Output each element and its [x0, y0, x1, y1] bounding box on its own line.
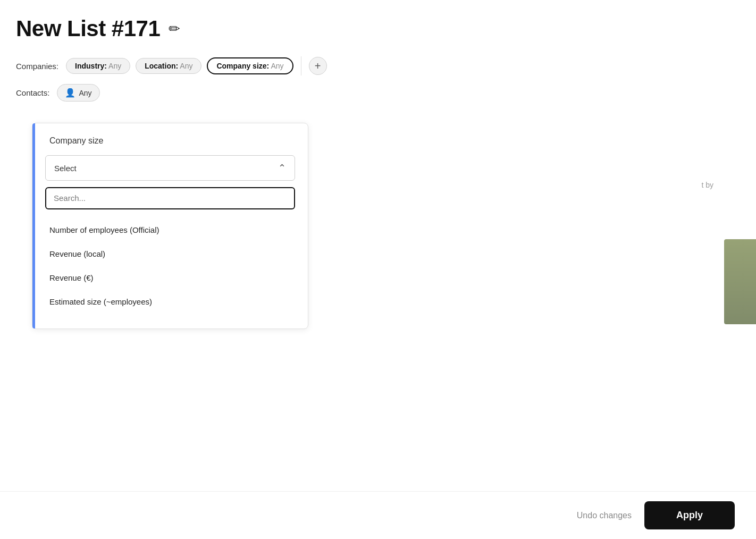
company-size-chip-key: Company size:	[216, 62, 269, 70]
contacts-chip-label: Any	[79, 89, 91, 97]
dropdown-panel-container: Company size Select ⌃ Number of employee…	[0, 123, 756, 329]
edit-title-button[interactable]: ✏	[166, 19, 182, 39]
bottom-bar: Undo changes Apply	[0, 491, 756, 539]
location-filter-chip[interactable]: Location: Any	[136, 58, 201, 74]
page-title-row: New List #171 ✏	[16, 16, 740, 41]
sort-by-hint: t by	[701, 181, 713, 189]
add-filter-button[interactable]: +	[309, 57, 327, 75]
contacts-chip[interactable]: 👤 Any	[57, 84, 99, 102]
company-size-chip-val: Any	[271, 62, 283, 70]
search-wrapper	[45, 187, 295, 209]
option-revenue-euro[interactable]: Revenue (€)	[45, 266, 295, 290]
chevron-up-icon: ⌃	[278, 162, 286, 174]
filter-divider	[301, 56, 301, 75]
contacts-label: Contacts:	[16, 88, 49, 97]
search-input[interactable]	[54, 193, 287, 203]
companies-label: Companies:	[16, 62, 58, 71]
option-employees-official[interactable]: Number of employees (Official)	[45, 218, 295, 242]
select-trigger-text: Select	[54, 164, 77, 173]
industry-chip-key: Industry:	[75, 62, 107, 70]
company-size-filter-chip[interactable]: Company size: Any	[207, 57, 293, 74]
person-icon: 👤	[65, 88, 75, 98]
right-image-decoration	[724, 239, 756, 324]
page-wrapper: New List #171 ✏ Companies: Industry: Any…	[0, 0, 756, 539]
companies-filters-row: Companies: Industry: Any Location: Any C…	[16, 56, 740, 75]
option-estimated-size[interactable]: Estimated size (~employees)	[45, 290, 295, 314]
panel-accent	[32, 123, 35, 329]
edit-icon: ✏	[169, 21, 180, 37]
apply-button[interactable]: Apply	[644, 501, 735, 529]
company-size-panel: Company size Select ⌃ Number of employee…	[32, 123, 308, 329]
industry-chip-val: Any	[108, 62, 121, 70]
industry-filter-chip[interactable]: Industry: Any	[66, 58, 130, 74]
location-chip-val: Any	[180, 62, 192, 70]
panel-title: Company size	[45, 136, 295, 146]
header-section: New List #171 ✏ Companies: Industry: Any…	[0, 0, 756, 123]
contacts-row: Contacts: 👤 Any	[16, 84, 740, 102]
select-trigger[interactable]: Select ⌃	[45, 155, 295, 181]
page-title: New List #171	[16, 16, 160, 41]
location-chip-key: Location:	[145, 62, 178, 70]
option-revenue-local[interactable]: Revenue (local)	[45, 242, 295, 266]
dropdown-options-list: Number of employees (Official) Revenue (…	[45, 216, 295, 316]
undo-changes-button[interactable]: Undo changes	[577, 511, 632, 520]
